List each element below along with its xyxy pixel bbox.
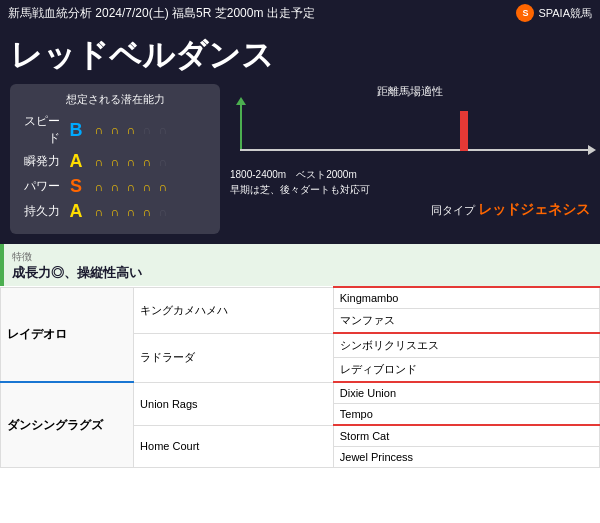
horseshoe-icon: ∩ [124,205,138,219]
horseshoe-icon: ∩ [124,180,138,194]
pedigree-g3: Kingmambo [333,287,599,309]
best-bar [460,111,468,151]
pedigree-g1: レイデオロ [1,287,134,382]
horseshoe-icon: ∩ [108,180,122,194]
horseshoe-icon: ∩ [156,180,170,194]
ability-grade: A [66,201,86,222]
ability-label: 持久力 [20,203,60,220]
features-section: 特徴 成長力◎、操縦性高い [0,244,600,286]
horseshoe-icon: ∩ [92,123,106,137]
distance-panel: 距離馬場適性 1800-2400m ベスト2000m 早期は芝、後々ダートも対応… [230,84,590,234]
pedigree-g3: Jewel Princess [333,447,599,468]
header-title: 新馬戦血統分析 2024/7/20(土) 福島5R 芝2000m 出走予定 [8,5,315,22]
horse-card: レッドベルダンス 想定される潜在能力 スピードB∩∩∩∩∩瞬発力A∩∩∩∩∩パワ… [0,26,600,244]
ability-grade: A [66,151,86,172]
horseshoes: ∩∩∩∩∩ [92,180,170,194]
header: 新馬戦血統分析 2024/7/20(土) 福島5R 芝2000m 出走予定 S … [0,0,600,26]
pedigree-g1: ダンシングラグズ [1,382,134,468]
horseshoe-icon: ∩ [156,205,170,219]
ability-label: パワー [20,178,60,195]
same-type: 同タイプ レッドジェネシス [230,201,590,219]
horseshoe-icon: ∩ [156,123,170,137]
ability-grade: S [66,176,86,197]
ability-row: 持久力A∩∩∩∩∩ [20,201,210,222]
ability-label: スピード [20,113,60,147]
horseshoe-icon: ∩ [140,155,154,169]
arrow-head [588,145,596,155]
pedigree-g2: Union Rags [134,382,334,425]
distance-range: 1800-2400m ベスト2000m [230,167,590,182]
horseshoe-icon: ∩ [124,123,138,137]
pedigree-g3: レディブロンド [333,358,599,383]
table-row: レイデオロキングカメハメハKingmambo [1,287,600,309]
horseshoe-icon: ∩ [108,155,122,169]
features-label: 特徴 [12,251,32,262]
spaia-logo: S SPAIA競馬 [516,4,592,22]
ability-panel: 想定される潜在能力 スピードB∩∩∩∩∩瞬発力A∩∩∩∩∩パワーS∩∩∩∩∩持久… [10,84,220,234]
arrow-line [240,149,590,151]
arrow-up [240,103,242,151]
same-type-label: 同タイプ [431,204,475,216]
ability-label: 瞬発力 [20,153,60,170]
horseshoe-icon: ∩ [108,123,122,137]
horseshoe-icon: ∩ [92,180,106,194]
pedigree-g3: シンボリクリスエス [333,333,599,358]
spaia-text: SPAIA競馬 [538,6,592,21]
distance-info: 1800-2400m ベスト2000m 早期は芝、後々ダートも対応可 [230,167,590,197]
table-row: ダンシングラグズUnion RagsDixie Union [1,382,600,404]
ability-row: スピードB∩∩∩∩∩ [20,113,210,147]
horseshoe-icon: ∩ [108,205,122,219]
pedigree-g3: Tempo [333,404,599,426]
horseshoe-icon: ∩ [140,180,154,194]
horseshoe-icon: ∩ [156,155,170,169]
pedigree-g3: Storm Cat [333,425,599,447]
horseshoes: ∩∩∩∩∩ [92,155,170,169]
arrow-up-head [236,97,246,105]
distance-note: 早期は芝、後々ダートも対応可 [230,182,590,197]
pedigree-table: レイデオロキングカメハメハKingmamboマンファスラドラーダシンボリクリスエ… [0,286,600,468]
horseshoes: ∩∩∩∩∩ [92,123,170,137]
pedigree-g3: マンファス [333,309,599,334]
horseshoe-icon: ∩ [92,155,106,169]
pedigree-g3: Dixie Union [333,382,599,404]
pedigree-section: レイデオロキングカメハメハKingmamboマンファスラドラーダシンボリクリスエ… [0,286,600,468]
pedigree-g2: Home Court [134,425,334,468]
distance-title: 距離馬場適性 [230,84,590,99]
horseshoes: ∩∩∩∩∩ [92,205,170,219]
horseshoe-icon: ∩ [124,155,138,169]
horseshoe-icon: ∩ [92,205,106,219]
horseshoe-icon: ∩ [140,205,154,219]
pedigree-g2: ラドラーダ [134,333,334,382]
horseshoe-icon: ∩ [140,123,154,137]
ability-row: パワーS∩∩∩∩∩ [20,176,210,197]
spaia-icon: S [516,4,534,22]
ability-row: 瞬発力A∩∩∩∩∩ [20,151,210,172]
pedigree-g2: キングカメハメハ [134,287,334,333]
distance-chart [230,103,590,163]
horse-name: レッドベルダンス [10,34,590,78]
ability-grade: B [66,120,86,141]
same-type-name: レッドジェネシス [478,201,590,217]
features-text: 成長力◎、操縦性高い [12,265,142,280]
ability-title: 想定される潜在能力 [20,92,210,107]
